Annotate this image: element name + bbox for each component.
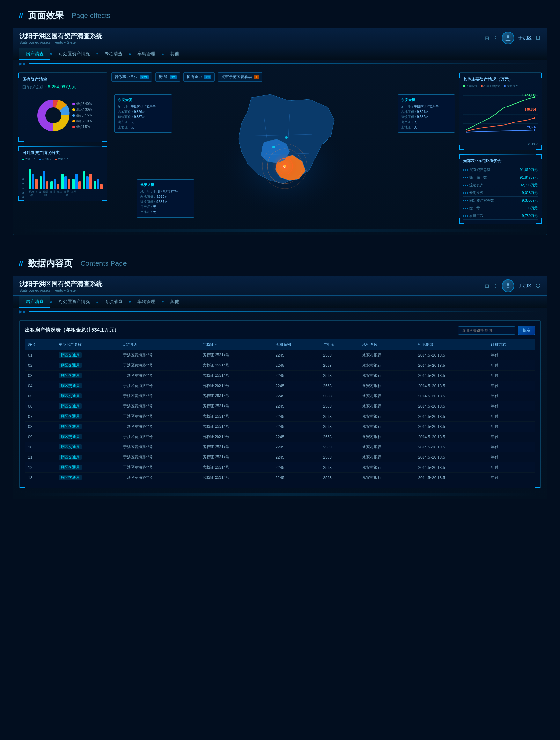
bar-5-1 xyxy=(86,176,89,189)
dots-icon[interactable]: ⋮ xyxy=(493,35,498,41)
nav-item-2-0[interactable]: 房产清查 xyxy=(19,296,50,308)
cell-1-3: 房权证 25314号 xyxy=(199,360,273,371)
avatar xyxy=(502,31,515,44)
table-corner-br xyxy=(535,483,540,488)
filter-item-0[interactable]: 行政事业单位 223 xyxy=(111,72,152,82)
tooltip-1-addr: 地 址：于洪区洪汇路**号 xyxy=(401,104,452,109)
table-row: 03原区交通局于洪区黄海路**号房权证 25314号22452563永安村银行2… xyxy=(25,371,535,381)
grid-icon-2[interactable]: ⊞ xyxy=(485,283,489,289)
filter-badge-3: 1 xyxy=(254,75,259,79)
app-title-block-2: 沈阳于洪区国有资产清查系统 State-owned Assets Invento… xyxy=(19,280,102,292)
nav-item-4[interactable]: 其他 xyxy=(164,48,186,60)
bar-5-0 xyxy=(83,171,85,189)
bars-area xyxy=(22,164,103,189)
cell-8-8: 年付 xyxy=(488,432,535,442)
nav2-label-4: 其他 xyxy=(170,299,179,305)
corner-bl xyxy=(18,136,24,142)
cell-4-0: 05 xyxy=(25,391,56,401)
col-header-0: 序号 xyxy=(25,339,56,350)
cell-9-3: 房权证 25314号 xyxy=(199,442,273,452)
cell-12-3: 房权证 25314号 xyxy=(199,473,273,483)
dots-icon-2[interactable]: ⋮ xyxy=(493,283,498,289)
filter-item-2[interactable]: 国有企业 23 xyxy=(183,72,215,82)
table-body: 01原区交通局于洪区黄海路**号房权证 25314号22452563永安村银行2… xyxy=(25,350,535,483)
search-button[interactable]: 搜索 xyxy=(518,326,535,335)
cell-8-3: 房权证 25314号 xyxy=(199,432,273,442)
cell-2-8: 年付 xyxy=(488,371,535,381)
map-dot-0[interactable] xyxy=(272,146,275,148)
app-title-en: State-owned Assets Inventory System xyxy=(19,40,102,44)
table-row: 07原区交通局于洪区黄海路**号房权证 25314号22452563永安村银行2… xyxy=(25,411,535,422)
map-dot-1[interactable] xyxy=(285,136,288,139)
power-icon-2[interactable]: ⏻ xyxy=(536,283,541,289)
table-title: 出租房产情况表（年租金总计534.1万元） xyxy=(25,327,119,334)
col-header-3: 产权证号 xyxy=(199,339,273,350)
legend-2: 无形资产 xyxy=(504,84,518,88)
cell-6-3: 房权证 25314号 xyxy=(199,411,273,422)
cell-10-7: 2014.5~20.18.5 xyxy=(415,452,487,462)
search-input[interactable] xyxy=(458,326,516,335)
nav-item-2[interactable]: 专项清查 xyxy=(98,48,129,60)
cell-5-8: 年付 xyxy=(488,401,535,411)
filter-item-3[interactable]: 光辉示范区管委会 1 xyxy=(218,72,263,82)
asset-value: 6,254,967万元 xyxy=(48,84,77,89)
cell-3-8: 年付 xyxy=(488,381,535,391)
nav-item-2-3[interactable]: 车辆管理 xyxy=(131,296,162,308)
stats-label-2: 流动资产 xyxy=(463,183,483,188)
bar-group-0 xyxy=(29,169,37,189)
stats-label-1: 账 面 数 xyxy=(463,175,487,180)
cell-10-4: 2245 xyxy=(272,452,320,462)
table-header-row: 出租房产情况表（年租金总计534.1万元） 搜索 xyxy=(25,326,535,335)
grid-icon[interactable]: ⊞ xyxy=(485,35,489,41)
line-chart-panel: 其他主要资产情况（万元） 长期投资 在建工程投资 无形资产 xyxy=(459,72,542,150)
table-content-area: 出租房产情况表（年租金总计534.1万元） 搜索 序号 单位房产名称 房产地址 xyxy=(13,315,547,493)
legend-0: 长期投资 xyxy=(463,84,477,88)
nav2-label-0: 房产清查 xyxy=(26,299,44,305)
cell-12-0: 13 xyxy=(25,473,56,483)
cell-2-7: 2014.5~20.18.5 xyxy=(415,371,487,381)
nav-arrow-0: » xyxy=(50,52,52,56)
cell-10-3: 房权证 25314号 xyxy=(199,452,273,462)
cell-9-2: 于洪区黄海路**号 xyxy=(120,442,199,452)
nav-item-0[interactable]: 房产清查 xyxy=(19,48,50,60)
nav-item-2-1[interactable]: 可处置资产情况 xyxy=(52,296,96,308)
pie-dot-4 xyxy=(72,108,75,111)
nav-item-2-2[interactable]: 专项清查 xyxy=(98,296,129,308)
st-corner-br xyxy=(536,218,542,223)
cell-9-5: 2563 xyxy=(320,442,359,452)
stats-row-0: 买有资产总额 91,619万元 xyxy=(463,166,538,174)
map-tooltip-1: 永安大厦 地 址：于洪区洪汇路**号 占地面积：9,826㎡ 建筑面积：9,38… xyxy=(398,94,455,133)
filter-badge-2: 23 xyxy=(204,75,211,79)
col-header-1: 单位房产名称 xyxy=(56,339,120,350)
nav-item-1[interactable]: 可处置资产情况 xyxy=(52,48,96,60)
map-tooltip-2: 永安大厦 地 址：于洪区洪汇路**号 占地面积：9,826㎡ 建筑面积：9,38… xyxy=(137,179,194,217)
val-label-1: 106,834 xyxy=(525,108,536,111)
map-dot-2[interactable] xyxy=(283,165,286,168)
cell-8-7: 2014.5~20.18.5 xyxy=(415,432,487,442)
cell-6-5: 2563 xyxy=(320,411,359,422)
nav-item-2-4[interactable]: 其他 xyxy=(164,296,186,308)
map-container: 永安大厦 地 址：于洪区洪汇路**号 占地面积：9,826㎡ 建筑面积：9,38… xyxy=(111,85,455,224)
cell-8-4: 2245 xyxy=(272,432,320,442)
cell-12-2: 于洪区黄海路**号 xyxy=(120,473,199,483)
tooltip-2-build: 建筑面积：9,387㎡ xyxy=(140,199,191,204)
cell-6-8: 年付 xyxy=(488,411,535,422)
lc-corner-tl xyxy=(459,73,464,78)
nav-item-3[interactable]: 车辆管理 xyxy=(131,48,162,60)
lc-corner-tr xyxy=(536,73,542,78)
cell-1-4: 2245 xyxy=(272,360,320,371)
bar-group-6 xyxy=(94,179,103,189)
cell-3-6: 永安村银行 xyxy=(359,381,415,391)
filter-item-1[interactable]: 街 道 12 xyxy=(155,72,180,82)
bar-corner-tr xyxy=(102,146,107,151)
pie-dot-2 xyxy=(72,120,75,122)
power-icon[interactable]: ⏻ xyxy=(536,35,541,41)
tooltip-2-prop: 房产证：无 xyxy=(140,204,191,209)
cell-3-4: 2245 xyxy=(272,381,320,391)
bar-3-0 xyxy=(61,174,64,189)
cell-10-1: 原区交通局 xyxy=(56,452,120,462)
table-row: 13原区交通局于洪区黄海路**号房权证 25314号22452563永安村银行2… xyxy=(25,473,535,483)
st-corner-bl xyxy=(459,218,464,223)
nav-label-2: 专项清查 xyxy=(105,51,122,57)
filter-badge-1: 12 xyxy=(170,75,177,79)
